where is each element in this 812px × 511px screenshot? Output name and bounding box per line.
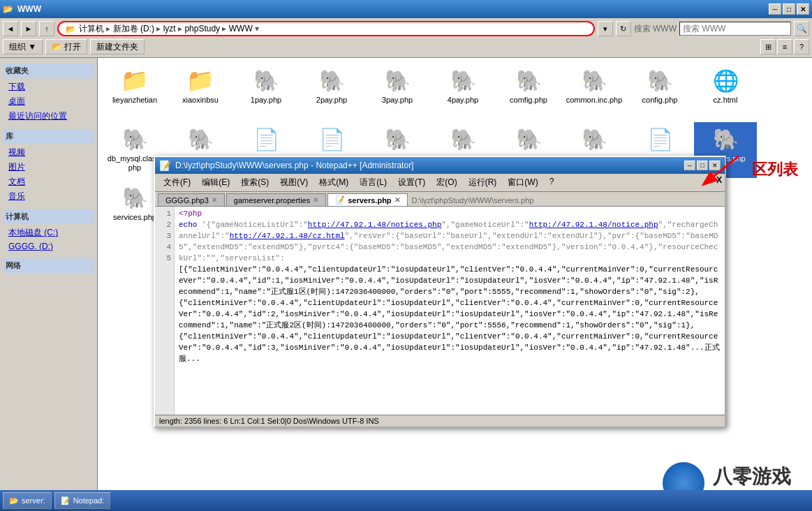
file-icon-cz[interactable]: 🌐 cz.html (694, 64, 757, 119)
file-icon-4pay[interactable]: 🐘 4pay.php (431, 64, 494, 119)
notepad-minimize[interactable]: ─ (684, 161, 695, 170)
menu-window[interactable]: 窗口(W) (502, 175, 543, 190)
code-area[interactable]: <?php echo '{"gameNoticeListUrl":"http:/… (175, 207, 725, 415)
tab-label-gggg: GGGG.php3 (165, 196, 209, 205)
refresh-button[interactable]: ↻ (616, 21, 631, 36)
taskbar-server-icon: 📂 (9, 496, 19, 505)
folder-icon-xiaoxinbsu: 📁 (186, 66, 214, 94)
tab-gggg[interactable]: GGGG.php3 ✕ (158, 193, 225, 206)
open-button[interactable]: 📂 打开 (45, 39, 87, 54)
file-label-config: config.php (642, 96, 678, 105)
file-icon-lieyanzhetian[interactable]: 📁 lieyanzhetian (103, 64, 166, 119)
file-icon-2pay[interactable]: 🐘 2pay.php (300, 64, 363, 119)
minimize-button[interactable]: ─ (769, 3, 781, 15)
tab-servers[interactable]: 📝 servers.php ✕ (327, 193, 407, 206)
taskbar-item-notepad[interactable]: 📝 Notepad: (54, 492, 111, 509)
php-icon-common: 🐘 (580, 66, 608, 94)
sidebar-item-pictures[interactable]: 图片 (3, 160, 94, 175)
view-button-2[interactable]: ≡ (777, 39, 792, 54)
sidebar-item-desktop[interactable]: 桌面 (3, 94, 94, 109)
network-section: 网络 (3, 258, 94, 273)
notepad-x-button[interactable]: X (716, 175, 722, 190)
menu-edit[interactable]: 编辑(E) (196, 175, 235, 190)
main-window: 📂 WWW ─ □ ✕ ◄ ► ↑ 📂 计算机 ▸ 新加卷 (D:) ▸ (0, 0, 812, 511)
help-button[interactable]: ? (794, 39, 809, 54)
menu-settings[interactable]: 设置(T) (392, 175, 431, 190)
title-bar-text: WWW (17, 4, 41, 14)
notepad-status-bar: length: 2356 lines: 6 Ln:1 Col:1 Sel:0|0… (155, 415, 725, 427)
file-icon-xiaoxinbsu[interactable]: 📁 xiaoxinbsu (169, 64, 232, 119)
library-title: 库 (3, 129, 94, 144)
sidebar-item-local-c[interactable]: 本地磁盘 (C:) (3, 225, 94, 240)
view-button-1[interactable]: ⊞ (760, 39, 776, 54)
menu-view[interactable]: 视图(V) (274, 175, 313, 190)
address-dropdown-button[interactable]: ▾ (598, 21, 613, 36)
file-icon-common[interactable]: 🐘 common.inc.php (563, 64, 626, 119)
taskbar-item-server[interactable]: 📂 server: (3, 492, 52, 509)
notepad-title-bar: 📝 D:\lyzt\phpStudy\WWW\servers.php - Not… (155, 157, 725, 174)
search-input[interactable] (679, 22, 791, 36)
forward-button[interactable]: ► (21, 21, 36, 36)
file-label-xiaoxinbsu: xiaoxinbsu (182, 96, 219, 105)
menu-help[interactable]: ? (544, 175, 560, 190)
code-line-4: {"clientMiniVer":"0.0.4.4","clientUpdate… (179, 297, 721, 331)
json-icon-equipitem: 📄 (252, 125, 280, 153)
address-path: 计算机 ▸ 新加卷 (D:) ▸ lyzt ▸ phpStudy ▸ WWW ▾ (79, 23, 259, 35)
window-icon: 📂 (3, 4, 13, 14)
path-phpstudy[interactable]: phpStudy (184, 24, 220, 34)
organize-button[interactable]: 组织 ▼ (3, 39, 43, 54)
path-drive[interactable]: 新加卷 (D:) (113, 24, 154, 34)
taskbar-notepad-label: Notepad: (73, 496, 105, 505)
notepad-close[interactable]: ✕ (709, 161, 721, 170)
tab-close-gggg[interactable]: ✕ (212, 196, 217, 204)
back-button[interactable]: ◄ (3, 21, 18, 36)
close-button[interactable]: ✕ (797, 3, 809, 15)
search-area: 搜索 WWW 🔍 (634, 21, 809, 36)
search-button[interactable]: 🔍 (794, 21, 809, 36)
file-icon-comfig[interactable]: 🐘 comfig.php (497, 64, 560, 119)
toolbar-row-1: ◄ ► ↑ 📂 计算机 ▸ 新加卷 (D:) ▸ lyzt ▸ phpStudy (0, 20, 812, 38)
path-lyzt[interactable]: lyzt (163, 24, 176, 34)
php-icon-db-error: 🐘 (186, 125, 214, 153)
search-label: 搜索 WWW (634, 23, 677, 35)
menu-language[interactable]: 语言(L) (354, 175, 392, 190)
file-icon-3pay[interactable]: 🐘 3pay.php (366, 64, 429, 119)
file-label-cz: cz.html (714, 96, 738, 105)
menu-format[interactable]: 格式(M) (313, 175, 354, 190)
maximize-button[interactable]: □ (783, 3, 795, 15)
menu-search[interactable]: 搜索(S) (235, 175, 274, 190)
php-icon-config: 🐘 (646, 66, 674, 94)
title-bar-buttons: ─ □ ✕ (769, 3, 809, 15)
sidebar-item-documents[interactable]: 文档 (3, 175, 94, 189)
notepad-maximize[interactable]: □ (697, 161, 708, 170)
filepath-display: D:\lyzt\phpStudy\WWW\servers.php (412, 196, 534, 206)
file-label-common: common.inc.php (566, 96, 623, 105)
sidebar-item-download[interactable]: 下载 (3, 80, 94, 94)
tab-close-servers[interactable]: ✕ (394, 196, 400, 204)
sidebar-item-music[interactable]: 音乐 (3, 189, 94, 204)
file-icon-config[interactable]: 🐘 config.php (628, 64, 691, 119)
path-computer[interactable]: 计算机 (79, 24, 104, 34)
new-folder-button[interactable]: 新建文件夹 (90, 39, 145, 54)
menu-macro[interactable]: 宏(O) (431, 175, 462, 190)
notepad-content[interactable]: 1 2 3 4 5 <?php echo '{"gameNoticeListUr… (155, 207, 725, 415)
sidebar-item-local-d[interactable]: GGGG. (D:) (3, 240, 94, 253)
up-button[interactable]: ↑ (39, 21, 54, 36)
taskbar: 📂 server: 📝 Notepad: (0, 490, 812, 511)
address-bar[interactable]: 📂 计算机 ▸ 新加卷 (D:) ▸ lyzt ▸ phpStudy ▸ WWW… (57, 21, 595, 36)
menu-run[interactable]: 运行(R) (463, 175, 503, 190)
php-icon-4pay: 🐘 (449, 66, 477, 94)
php-icon-servers: 🐘 (711, 125, 739, 153)
file-icon-1pay[interactable]: 🐘 1pay.php (235, 64, 297, 119)
status-text: length: 2356 lines: 6 Ln:1 Col:1 Sel:0|0… (159, 417, 379, 425)
php-icon-notices: 🐘 (580, 125, 608, 153)
sidebar-item-video[interactable]: 视频 (3, 145, 94, 160)
file-label-lieyanzhetian: lieyanzhetian (112, 96, 157, 105)
sidebar-item-recent[interactable]: 最近访问的位置 (3, 109, 94, 124)
path-www[interactable]: WWW (229, 24, 253, 34)
php-icon-1pay: 🐘 (252, 66, 280, 94)
tab-close-gameserver[interactable]: ✕ (313, 196, 318, 204)
watermark-site-name: 八零游戏 (713, 464, 791, 490)
menu-file[interactable]: 文件(F) (158, 175, 196, 190)
tab-gameserver[interactable]: gameserver.properties ✕ (226, 193, 326, 206)
